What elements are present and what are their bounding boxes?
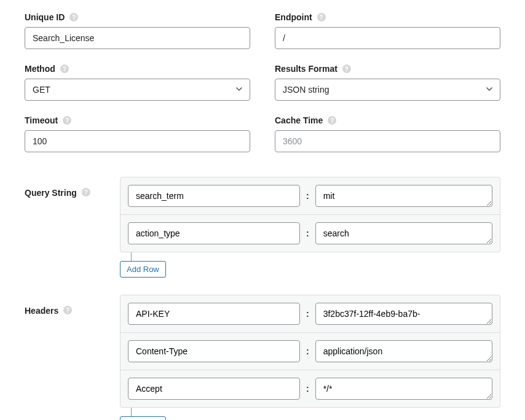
help-icon[interactable]: ? xyxy=(63,306,72,314)
unique-id-input[interactable] xyxy=(25,27,250,49)
help-icon[interactable]: ? xyxy=(328,116,336,125)
connector-line xyxy=(131,408,132,416)
timeout-field: Timeout ? xyxy=(25,115,250,152)
endpoint-field: Endpoint ? xyxy=(275,12,500,49)
help-icon[interactable]: ? xyxy=(342,64,351,73)
headers-row: : */* xyxy=(120,370,500,407)
headers-label-text: Headers xyxy=(25,306,58,316)
headers-key-input[interactable] xyxy=(128,378,300,400)
cache-time-label-text: Cache Time xyxy=(275,115,323,125)
query-string-label: Query String ? xyxy=(25,177,120,278)
colon-separator: : xyxy=(300,228,315,238)
cache-time-label: Cache Time ? xyxy=(275,115,500,125)
headers-label: Headers ? xyxy=(25,295,120,420)
cache-time-field: Cache Time ? xyxy=(275,115,500,152)
add-row-button[interactable]: Add Row xyxy=(120,261,166,278)
unique-id-field: Unique ID ? xyxy=(25,12,250,49)
query-string-row: : mit xyxy=(120,177,500,215)
help-icon[interactable]: ? xyxy=(69,13,78,21)
unique-id-label-text: Unique ID xyxy=(25,12,65,22)
timeout-input[interactable] xyxy=(25,130,250,152)
query-string-key-input[interactable] xyxy=(128,222,300,244)
results-format-label-text: Results Format xyxy=(275,64,338,74)
query-string-section: Query String ? : mit : search Add Row xyxy=(25,177,500,278)
cache-time-input[interactable] xyxy=(275,130,500,152)
query-string-row: : search xyxy=(120,215,500,252)
results-format-select[interactable]: JSON string xyxy=(275,79,500,101)
colon-separator: : xyxy=(300,384,315,394)
timeout-label-text: Timeout xyxy=(25,115,58,125)
query-string-label-text: Query String xyxy=(25,188,77,198)
query-string-key-input[interactable] xyxy=(128,185,300,207)
headers-value-input[interactable]: application/json xyxy=(315,340,492,362)
endpoint-input[interactable] xyxy=(275,27,500,49)
headers-value-input[interactable]: 3f2bc37f-12ff-4eb9-ba7b- xyxy=(315,303,492,325)
method-label-text: Method xyxy=(25,64,55,74)
colon-separator: : xyxy=(300,309,315,319)
query-string-value-input[interactable]: mit xyxy=(315,185,492,207)
headers-rows: : 3f2bc37f-12ff-4eb9-ba7b- : application… xyxy=(120,295,500,408)
headers-section: Headers ? : 3f2bc37f-12ff-4eb9-ba7b- : a… xyxy=(25,295,500,420)
method-select[interactable]: GET xyxy=(25,79,250,101)
headers-key-input[interactable] xyxy=(128,340,300,362)
method-field: Method ? GET xyxy=(25,64,250,101)
method-label: Method ? xyxy=(25,64,250,74)
connector-line xyxy=(131,252,132,261)
help-icon[interactable]: ? xyxy=(82,188,90,196)
headers-value-input[interactable]: */* xyxy=(315,378,492,400)
colon-separator: : xyxy=(300,191,315,201)
help-icon[interactable]: ? xyxy=(63,116,71,125)
unique-id-label: Unique ID ? xyxy=(25,12,250,22)
query-string-rows: : mit : search xyxy=(120,177,500,252)
headers-row: : application/json xyxy=(120,333,500,370)
results-format-field: Results Format ? JSON string xyxy=(275,64,500,101)
headers-row: : 3f2bc37f-12ff-4eb9-ba7b- xyxy=(120,295,500,333)
colon-separator: : xyxy=(300,346,315,356)
help-icon[interactable]: ? xyxy=(60,64,69,73)
query-string-value-input[interactable]: search xyxy=(315,222,492,244)
help-icon[interactable]: ? xyxy=(317,13,326,21)
endpoint-label: Endpoint ? xyxy=(275,12,500,22)
results-format-label: Results Format ? xyxy=(275,64,500,74)
endpoint-label-text: Endpoint xyxy=(275,12,312,22)
add-row-button[interactable]: Add Row xyxy=(120,416,166,420)
timeout-label: Timeout ? xyxy=(25,115,250,125)
headers-key-input[interactable] xyxy=(128,303,300,325)
